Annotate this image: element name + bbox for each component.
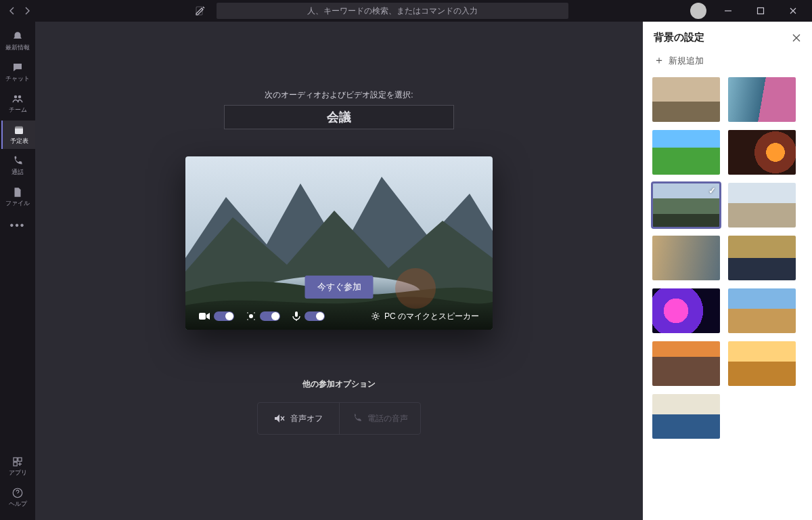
rail-label: チーム	[9, 106, 27, 114]
rail-teams[interactable]: チーム	[0, 89, 35, 118]
rail-label: 最新情報	[5, 43, 30, 52]
svg-rect-6	[14, 458, 17, 461]
rail-help[interactable]: ヘルプ	[0, 483, 35, 512]
preview-controls: PC のマイクとスピーカー	[185, 303, 493, 330]
camera-icon	[199, 312, 210, 320]
rail-apps[interactable]: アプリ	[0, 452, 35, 481]
other-options-header: 他の参加オプション	[302, 378, 376, 390]
svg-rect-8	[14, 462, 17, 466]
video-preview: 今すぐ参加 PC のマイクとスピーカー	[185, 156, 493, 330]
option-label: 音声オフ	[290, 413, 323, 425]
background-thumb-scifi-room[interactable]	[728, 77, 796, 122]
background-thumb-coastal-city[interactable]	[728, 288, 796, 333]
svg-rect-5	[15, 127, 23, 129]
rail-calendar[interactable]: 予定表	[1, 121, 35, 149]
background-thumb-lava-cave[interactable]	[728, 130, 796, 175]
speaker-off-icon	[274, 414, 285, 423]
meeting-title-input[interactable]: 会議	[224, 105, 454, 129]
rail-label: ファイル	[5, 199, 30, 208]
svg-point-15	[247, 312, 248, 313]
device-settings-button[interactable]: PC のマイクとスピーカー	[371, 311, 479, 322]
rail-calls[interactable]: 通話	[0, 152, 35, 180]
background-thumb-sunset-village[interactable]	[652, 341, 720, 386]
titlebar: 人、キーワードの検索、またはコマンドの入力	[0, 0, 812, 22]
background-thumb-alien-planet[interactable]	[728, 236, 796, 280]
device-label-text: PC のマイクとスピーカー	[384, 311, 479, 322]
background-thumb-block-world[interactable]	[652, 130, 720, 175]
audio-off-option[interactable]: 音声オフ	[258, 403, 339, 434]
rail-label: チャット	[5, 74, 30, 83]
avatar[interactable]	[690, 3, 706, 19]
svg-point-3	[18, 95, 22, 99]
background-thumb-old-street[interactable]	[652, 236, 720, 280]
background-thumb-classroom[interactable]	[652, 77, 720, 122]
rail-activity[interactable]: 最新情報	[0, 27, 35, 56]
nav-forward-button[interactable]	[23, 7, 31, 15]
add-background-button[interactable]: ＋ 新規追加	[643, 51, 812, 74]
svg-point-16	[254, 312, 255, 313]
compose-icon[interactable]	[195, 5, 206, 16]
background-thumb-mountain-lake[interactable]	[652, 183, 720, 228]
svg-rect-7	[18, 458, 22, 461]
window-close-button[interactable]	[778, 0, 808, 22]
svg-point-20	[374, 315, 377, 318]
background-thumb-desert-sunset[interactable]	[728, 341, 796, 386]
background-effects-toggle[interactable]	[260, 311, 280, 321]
background-thumb-great-wave[interactable]	[652, 394, 720, 439]
search-input[interactable]: 人、キーワードの検索、またはコマンドの入力	[217, 3, 568, 19]
rail-chat[interactable]: チャット	[0, 58, 35, 87]
gear-icon	[371, 311, 380, 321]
nav-back-button[interactable]	[8, 7, 16, 15]
plus-icon: ＋	[654, 53, 664, 68]
close-icon[interactable]	[792, 33, 801, 43]
microphone-toggle[interactable]	[304, 311, 325, 321]
window-minimize-button[interactable]	[713, 0, 743, 22]
background-settings-panel: 背景の設定 ＋ 新規追加	[643, 22, 812, 520]
svg-rect-19	[295, 311, 298, 317]
prejoin-instruction: 次のオーディオおよびビデオ設定を選択:	[265, 89, 413, 101]
rail-label: 通話	[12, 168, 24, 177]
rail-more[interactable]: •••	[10, 214, 26, 237]
add-background-label: 新規追加	[669, 55, 704, 67]
other-options-row: 音声オフ 電話の音声	[257, 402, 421, 435]
phone-audio-option[interactable]: 電話の音声	[339, 403, 420, 434]
search-placeholder: 人、キーワードの検索、またはコマンドの入力	[307, 5, 478, 17]
rail-files[interactable]: ファイル	[0, 183, 35, 211]
rail-label: ヘルプ	[9, 500, 27, 508]
svg-point-2	[14, 95, 18, 99]
background-thumb-stone-arch[interactable]	[728, 183, 796, 228]
background-blur-icon	[246, 311, 256, 321]
background-thumb-nebula[interactable]	[652, 288, 720, 333]
option-label: 電話の音声	[367, 413, 408, 425]
background-grid	[643, 74, 812, 520]
phone-icon	[353, 414, 362, 423]
svg-point-14	[249, 314, 253, 318]
prejoin-screen: 次のオーディオおよびビデオ設定を選択: 会議 今すぐ参加	[35, 22, 643, 520]
svg-rect-1	[758, 8, 764, 14]
microphone-icon	[292, 311, 300, 321]
rail-label: アプリ	[9, 469, 27, 477]
app-rail: 最新情報 チャット チーム 予定表 通話 ファイル ••• アプリ	[0, 22, 35, 520]
rail-label: 予定表	[10, 137, 28, 146]
panel-title: 背景の設定	[654, 31, 704, 44]
window-maximize-button[interactable]	[746, 0, 775, 22]
svg-point-18	[254, 319, 255, 320]
svg-point-17	[247, 319, 248, 320]
join-now-button[interactable]: 今すぐ参加	[305, 276, 374, 299]
camera-toggle[interactable]	[214, 311, 234, 321]
svg-rect-13	[199, 313, 206, 320]
meeting-title-text: 会議	[327, 109, 351, 125]
